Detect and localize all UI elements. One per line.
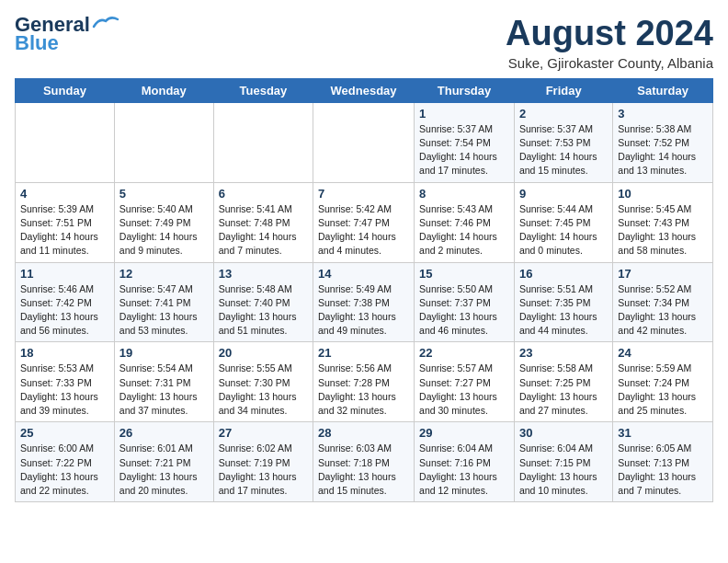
weekday-header-row: SundayMondayTuesdayWednesdayThursdayFrid…	[16, 78, 713, 102]
day-cell-18: 18Sunrise: 5:53 AM Sunset: 7:33 PM Dayli…	[16, 342, 115, 422]
day-cell-7: 7Sunrise: 5:42 AM Sunset: 7:47 PM Daylig…	[313, 182, 415, 262]
day-number: 27	[219, 426, 308, 440]
empty-cell	[16, 102, 115, 182]
day-cell-5: 5Sunrise: 5:40 AM Sunset: 7:49 PM Daylig…	[114, 182, 213, 262]
day-number: 6	[219, 187, 308, 201]
week-row-3: 11Sunrise: 5:46 AM Sunset: 7:42 PM Dayli…	[16, 262, 713, 342]
day-number: 25	[20, 426, 109, 440]
weekday-header-wednesday: Wednesday	[313, 78, 415, 102]
day-info: Sunrise: 5:48 AM Sunset: 7:40 PM Dayligh…	[219, 282, 308, 339]
day-cell-31: 31Sunrise: 6:05 AM Sunset: 7:13 PM Dayli…	[613, 422, 713, 502]
calendar-header: SundayMondayTuesdayWednesdayThursdayFrid…	[16, 78, 713, 102]
day-info: Sunrise: 5:39 AM Sunset: 7:51 PM Dayligh…	[20, 202, 109, 259]
empty-cell	[114, 102, 213, 182]
day-number: 22	[419, 346, 509, 360]
day-cell-29: 29Sunrise: 6:04 AM Sunset: 7:16 PM Dayli…	[415, 422, 515, 502]
day-cell-20: 20Sunrise: 5:55 AM Sunset: 7:30 PM Dayli…	[213, 342, 313, 422]
day-info: Sunrise: 5:52 AM Sunset: 7:34 PM Dayligh…	[618, 282, 708, 339]
day-number: 2	[519, 107, 608, 121]
day-number: 12	[119, 267, 209, 281]
week-row-1: 1Sunrise: 5:37 AM Sunset: 7:54 PM Daylig…	[16, 102, 713, 182]
day-info: Sunrise: 5:44 AM Sunset: 7:45 PM Dayligh…	[519, 202, 608, 259]
day-cell-9: 9Sunrise: 5:44 AM Sunset: 7:45 PM Daylig…	[514, 182, 612, 262]
day-number: 17	[618, 267, 708, 281]
day-info: Sunrise: 5:59 AM Sunset: 7:24 PM Dayligh…	[618, 362, 708, 418]
logo-blue-text: Blue	[15, 33, 59, 53]
day-number: 4	[20, 187, 109, 201]
empty-cell	[213, 102, 313, 182]
day-cell-2: 2Sunrise: 5:37 AM Sunset: 7:53 PM Daylig…	[514, 102, 612, 182]
day-info: Sunrise: 6:04 AM Sunset: 7:16 PM Dayligh…	[419, 442, 509, 498]
day-info: Sunrise: 6:02 AM Sunset: 7:19 PM Dayligh…	[219, 442, 308, 498]
day-info: Sunrise: 5:50 AM Sunset: 7:37 PM Dayligh…	[419, 282, 509, 339]
day-cell-21: 21Sunrise: 5:56 AM Sunset: 7:28 PM Dayli…	[313, 342, 415, 422]
day-info: Sunrise: 5:56 AM Sunset: 7:28 PM Dayligh…	[318, 362, 409, 418]
day-info: Sunrise: 5:57 AM Sunset: 7:27 PM Dayligh…	[419, 362, 509, 418]
day-cell-28: 28Sunrise: 6:03 AM Sunset: 7:18 PM Dayli…	[313, 422, 415, 502]
day-number: 13	[219, 267, 308, 281]
day-cell-12: 12Sunrise: 5:47 AM Sunset: 7:41 PM Dayli…	[114, 262, 213, 342]
day-info: Sunrise: 5:55 AM Sunset: 7:30 PM Dayligh…	[219, 362, 308, 418]
day-cell-17: 17Sunrise: 5:52 AM Sunset: 7:34 PM Dayli…	[613, 262, 713, 342]
day-cell-6: 6Sunrise: 5:41 AM Sunset: 7:48 PM Daylig…	[213, 182, 313, 262]
day-number: 29	[419, 426, 509, 440]
day-info: Sunrise: 6:04 AM Sunset: 7:15 PM Dayligh…	[519, 442, 608, 498]
calendar-table: SundayMondayTuesdayWednesdayThursdayFrid…	[15, 78, 713, 502]
day-info: Sunrise: 5:45 AM Sunset: 7:43 PM Dayligh…	[618, 202, 708, 259]
day-number: 14	[318, 267, 409, 281]
day-info: Sunrise: 5:42 AM Sunset: 7:47 PM Dayligh…	[318, 202, 409, 259]
day-cell-14: 14Sunrise: 5:49 AM Sunset: 7:38 PM Dayli…	[313, 262, 415, 342]
day-cell-13: 13Sunrise: 5:48 AM Sunset: 7:40 PM Dayli…	[213, 262, 313, 342]
day-cell-27: 27Sunrise: 6:02 AM Sunset: 7:19 PM Dayli…	[213, 422, 313, 502]
day-number: 3	[618, 107, 708, 121]
day-info: Sunrise: 6:01 AM Sunset: 7:21 PM Dayligh…	[119, 442, 209, 498]
day-cell-23: 23Sunrise: 5:58 AM Sunset: 7:25 PM Dayli…	[514, 342, 612, 422]
day-cell-25: 25Sunrise: 6:00 AM Sunset: 7:22 PM Dayli…	[16, 422, 115, 502]
day-number: 16	[519, 267, 608, 281]
day-number: 30	[519, 426, 608, 440]
day-info: Sunrise: 5:58 AM Sunset: 7:25 PM Dayligh…	[519, 362, 608, 418]
logo-bird-icon	[92, 14, 119, 32]
day-number: 10	[618, 187, 708, 201]
week-row-4: 18Sunrise: 5:53 AM Sunset: 7:33 PM Dayli…	[16, 342, 713, 422]
day-cell-10: 10Sunrise: 5:45 AM Sunset: 7:43 PM Dayli…	[613, 182, 713, 262]
day-number: 7	[318, 187, 409, 201]
day-number: 18	[20, 346, 109, 360]
day-cell-22: 22Sunrise: 5:57 AM Sunset: 7:27 PM Dayli…	[415, 342, 515, 422]
day-number: 9	[519, 187, 608, 201]
day-cell-4: 4Sunrise: 5:39 AM Sunset: 7:51 PM Daylig…	[16, 182, 115, 262]
day-number: 5	[119, 187, 209, 201]
day-info: Sunrise: 5:49 AM Sunset: 7:38 PM Dayligh…	[318, 282, 409, 339]
location-subtitle: Suke, Gjirokaster County, Albania	[506, 55, 713, 71]
weekday-header-saturday: Saturday	[613, 78, 713, 102]
day-cell-26: 26Sunrise: 6:01 AM Sunset: 7:21 PM Dayli…	[114, 422, 213, 502]
day-info: Sunrise: 5:40 AM Sunset: 7:49 PM Dayligh…	[119, 202, 209, 259]
weekday-header-tuesday: Tuesday	[213, 78, 313, 102]
day-number: 19	[119, 346, 209, 360]
day-cell-8: 8Sunrise: 5:43 AM Sunset: 7:46 PM Daylig…	[415, 182, 515, 262]
day-info: Sunrise: 6:00 AM Sunset: 7:22 PM Dayligh…	[20, 442, 109, 498]
weekday-header-thursday: Thursday	[415, 78, 515, 102]
day-info: Sunrise: 5:51 AM Sunset: 7:35 PM Dayligh…	[519, 282, 608, 339]
day-number: 11	[20, 267, 109, 281]
day-number: 8	[419, 187, 509, 201]
day-cell-30: 30Sunrise: 6:04 AM Sunset: 7:15 PM Dayli…	[514, 422, 612, 502]
weekday-header-sunday: Sunday	[16, 78, 115, 102]
day-info: Sunrise: 5:38 AM Sunset: 7:52 PM Dayligh…	[618, 122, 708, 178]
title-block: August 2024 Suke, Gjirokaster County, Al…	[506, 15, 713, 71]
day-cell-11: 11Sunrise: 5:46 AM Sunset: 7:42 PM Dayli…	[16, 262, 115, 342]
day-number: 28	[318, 426, 409, 440]
empty-cell	[313, 102, 415, 182]
day-cell-15: 15Sunrise: 5:50 AM Sunset: 7:37 PM Dayli…	[415, 262, 515, 342]
day-number: 21	[318, 346, 409, 360]
week-row-2: 4Sunrise: 5:39 AM Sunset: 7:51 PM Daylig…	[16, 182, 713, 262]
day-info: Sunrise: 5:37 AM Sunset: 7:53 PM Dayligh…	[519, 122, 608, 178]
day-number: 23	[519, 346, 608, 360]
week-row-5: 25Sunrise: 6:00 AM Sunset: 7:22 PM Dayli…	[16, 422, 713, 502]
day-info: Sunrise: 5:37 AM Sunset: 7:54 PM Dayligh…	[419, 122, 509, 178]
calendar-body: 1Sunrise: 5:37 AM Sunset: 7:54 PM Daylig…	[16, 102, 713, 501]
day-number: 1	[419, 107, 509, 121]
day-info: Sunrise: 5:54 AM Sunset: 7:31 PM Dayligh…	[119, 362, 209, 418]
weekday-header-monday: Monday	[114, 78, 213, 102]
day-number: 24	[618, 346, 708, 360]
